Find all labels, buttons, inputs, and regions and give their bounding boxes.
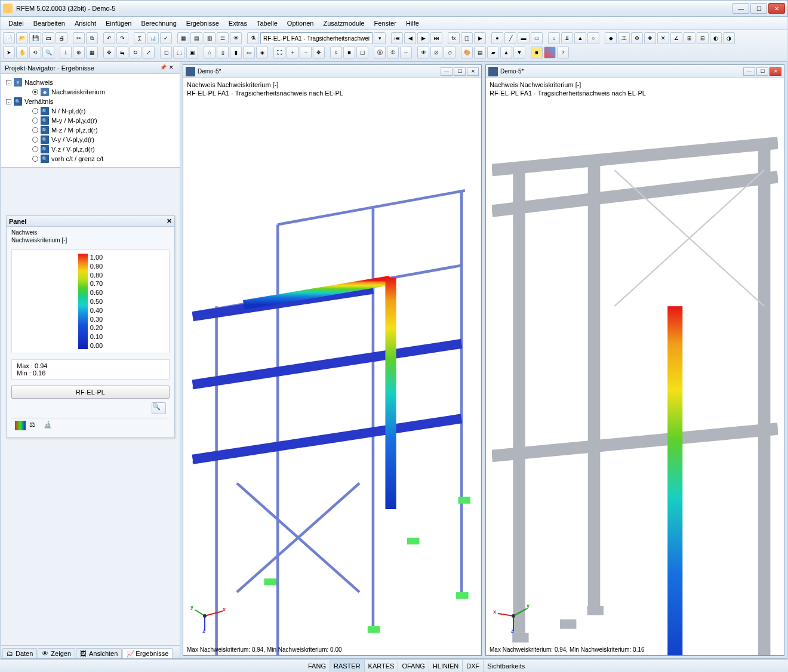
tb2-iso-icon[interactable]: ◈ <box>256 47 268 58</box>
menu-einfuegen[interactable]: Einfügen <box>101 19 136 28</box>
minimize-button[interactable]: — <box>732 3 749 14</box>
status-fang[interactable]: FANG <box>304 660 330 672</box>
tb-hinge-icon[interactable]: ○ <box>587 32 599 44</box>
tree-node-ratio-0[interactable]: 🔍N / N-pl,d(r) <box>4 106 177 116</box>
tb-load-icon[interactable]: ↓ <box>548 32 560 44</box>
tb-list-icon[interactable]: ☰ <box>217 32 229 44</box>
status-ofang[interactable]: OFANG <box>398 660 429 672</box>
menu-ansicht[interactable]: Ansicht <box>70 19 100 28</box>
tree-node-ratio-1[interactable]: 🔍M-y / M-pl,y,d(r) <box>4 116 177 125</box>
tb2-hide-icon[interactable]: ⊘ <box>430 47 442 58</box>
tree-radio[interactable] <box>32 108 38 114</box>
panel-close-icon[interactable]: ✕ <box>167 217 172 225</box>
tb-cut-icon[interactable]: ✂ <box>73 32 85 44</box>
vp-close-button[interactable]: ✕ <box>769 67 781 76</box>
tb2-snap-icon[interactable]: ⊕ <box>73 47 85 58</box>
tree-radio[interactable] <box>32 156 38 162</box>
menu-extras[interactable]: Extras <box>224 19 251 28</box>
tb-open-icon[interactable]: 📂 <box>16 32 28 44</box>
tree-radio[interactable] <box>32 118 38 124</box>
menu-datei[interactable]: Datei <box>4 19 28 28</box>
status-hlinien[interactable]: HLINIEN <box>429 660 463 672</box>
tb-tool1-icon[interactable]: ⚙ <box>631 32 643 44</box>
tb2-sel-icon[interactable]: ◻ <box>160 47 172 58</box>
tb-view-icon[interactable]: 👁 <box>230 32 242 44</box>
tb2-zoom-icon[interactable]: 🔍 <box>42 47 54 58</box>
tb-table-icon[interactable]: ▤ <box>190 32 202 44</box>
tb2-dim-icon[interactable]: ↔ <box>400 47 412 58</box>
tb2-zoomfit-icon[interactable]: ⛶ <box>273 47 285 58</box>
tb-tool8-icon[interactable]: ◑ <box>723 32 735 44</box>
tb2-front-icon[interactable]: ▯ <box>217 47 229 58</box>
tb2-zoomin-icon[interactable]: ＋ <box>287 47 298 58</box>
tb-node-icon[interactable]: ● <box>491 32 503 44</box>
menu-ergebnisse[interactable]: Ergebnisse <box>182 19 223 28</box>
panel-tab-balance-icon[interactable]: ⚖ <box>29 421 40 430</box>
tb-tool6-icon[interactable]: ⊟ <box>697 32 709 44</box>
tb-last-icon[interactable]: ⏭ <box>430 32 442 44</box>
tb-first-icon[interactable]: ⏮ <box>391 32 403 44</box>
tb-chart-icon[interactable]: ◫ <box>461 32 473 44</box>
nav-tab-ansichten[interactable]: 🖼Ansichten <box>76 648 122 658</box>
tree-radio[interactable] <box>32 146 38 152</box>
tree-node-nachweis[interactable]: - ≡ Nachweis <box>4 78 177 87</box>
panel-tab-colorscale-icon[interactable] <box>15 421 26 430</box>
tb2-max-icon[interactable]: ▲ <box>500 47 512 58</box>
tb2-grad-icon[interactable] <box>544 47 556 58</box>
tb-results-icon[interactable]: 📊 <box>147 32 159 44</box>
tb2-zoomout-icon[interactable]: － <box>300 47 312 58</box>
tree-node-ratio-4[interactable]: 🔍V-z / V-pl,z,d(r) <box>4 144 177 154</box>
close-button[interactable]: ✕ <box>768 3 785 14</box>
nav-tab-ergebnisse[interactable]: 📈Ergebnisse <box>122 648 173 658</box>
tb2-persp-icon[interactable]: ◊ <box>330 47 342 58</box>
tb2-min-icon[interactable]: ▼ <box>513 47 525 58</box>
tb-tool7-icon[interactable]: ◐ <box>710 32 722 44</box>
tb2-scale2-icon[interactable]: ▰ <box>487 47 499 58</box>
tb-anim-icon[interactable]: ▶ <box>474 32 486 44</box>
tb-new-icon[interactable]: 📄 <box>3 32 15 44</box>
tb2-pan-icon[interactable]: ✥ <box>313 47 325 58</box>
vp-minimize-button[interactable]: — <box>441 67 453 76</box>
tree-node-verhaeltnis[interactable]: - 🔍 Verhältnis <box>4 97 177 106</box>
tb2-yellow-icon[interactable]: ■ <box>531 47 543 58</box>
rf-el-pl-button[interactable]: RF-EL-PL <box>11 386 170 399</box>
tb2-rotate2-icon[interactable]: ↻ <box>130 47 141 58</box>
tb2-show-icon[interactable]: 👁 <box>417 47 429 58</box>
tb-tool3-icon[interactable]: ✕ <box>657 32 669 44</box>
status-kartes[interactable]: KARTES <box>365 660 399 672</box>
tb-mat-icon[interactable]: ◆ <box>605 32 617 44</box>
maximize-button[interactable]: ☐ <box>750 3 767 14</box>
tb-member-icon[interactable]: ▬ <box>518 32 530 44</box>
vp-maximize-button[interactable]: ☐ <box>756 67 768 76</box>
tb-surface-icon[interactable]: ▭ <box>531 32 543 44</box>
nav-tab-zeigen[interactable]: 👁Zeigen <box>38 648 75 658</box>
load-case-combo[interactable]: RF-EL-PL FA1 - Tragsicherheitsnachwei <box>260 32 373 44</box>
tb2-render-icon[interactable]: ■ <box>343 47 355 58</box>
navigator-close-icon[interactable]: ✕ <box>169 64 176 72</box>
tree-collapse-icon[interactable]: - <box>6 80 11 85</box>
nav-tab-daten[interactable]: 🗂Daten <box>2 648 37 658</box>
tb-check-icon[interactable]: ✓ <box>160 32 172 44</box>
panel-tab-microscope-icon[interactable]: 🔬 <box>44 421 54 430</box>
tb-tool2-icon[interactable]: ✚ <box>644 32 656 44</box>
vp-maximize-button[interactable]: ☐ <box>454 67 466 76</box>
vp-minimize-button[interactable]: — <box>743 67 755 76</box>
tb-redo-icon[interactable]: ↷ <box>116 32 128 44</box>
status-raster[interactable]: RASTER <box>330 660 365 672</box>
menu-fenster[interactable]: Fenster <box>370 19 401 28</box>
panel-zoom-icon[interactable]: 🔍 <box>152 402 166 414</box>
tb-sheet-icon[interactable]: ▥ <box>204 32 216 44</box>
tb2-ortho-icon[interactable]: ⊥ <box>60 47 72 58</box>
tb-tool5-icon[interactable]: ⊞ <box>684 32 695 44</box>
vp-close-button[interactable]: ✕ <box>467 67 479 76</box>
viewport-canvas[interactable]: Nachweis Nachweiskriterium [-] RF-EL-PL … <box>486 78 784 655</box>
tb2-top-icon[interactable]: ▭ <box>243 47 255 58</box>
tb2-grid-icon[interactable]: ▦ <box>86 47 98 58</box>
tb2-wire-icon[interactable]: ▢ <box>356 47 368 58</box>
menu-hilfe[interactable]: Hilfe <box>402 19 423 28</box>
tb-copy-icon[interactable]: ⧉ <box>86 32 98 44</box>
tb-undo-icon[interactable]: ↶ <box>103 32 115 44</box>
tb2-move-icon[interactable]: ✥ <box>103 47 115 58</box>
tb2-rotate-icon[interactable]: ⟲ <box>29 47 41 58</box>
menu-berechnung[interactable]: Berechnung <box>137 19 180 28</box>
